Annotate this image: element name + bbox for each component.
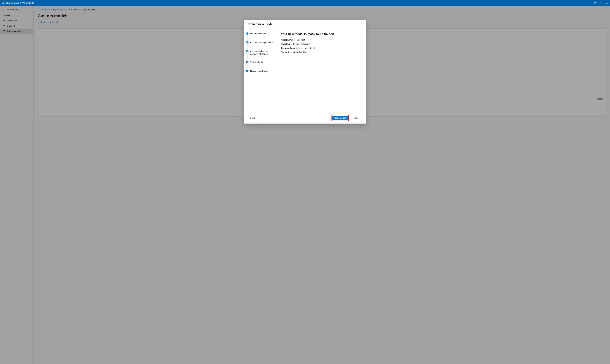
train-model-button[interactable]: Train model	[332, 116, 348, 120]
step-label[interactable]: Choose evaluation datasets (Optional)	[250, 50, 274, 61]
help-icon[interactable]: ?	[599, 2, 603, 4]
review-title: Your new model is ready to be trained	[281, 32, 361, 36]
gear-icon[interactable]	[594, 2, 597, 4]
cancel-button[interactable]: Cancel	[351, 116, 362, 120]
review-pane: Your new model is ready to be trained Mo…	[277, 29, 366, 112]
train-button-highlight: Train model	[331, 115, 349, 121]
step-dot-done-icon	[246, 41, 249, 43]
review-key: Model name:	[281, 39, 293, 41]
step-label[interactable]: Choose training datasets	[250, 41, 273, 50]
review-row: Training dataset(s): contosodataset	[281, 47, 361, 49]
review-value: contosotest	[294, 39, 305, 41]
step-label[interactable]: Name and scenario	[250, 32, 268, 41]
review-value: contosodataset	[301, 47, 315, 49]
feedback-smile-icon[interactable]	[606, 2, 608, 4]
step-dot-done-icon	[246, 61, 249, 63]
review-key: Evaluation dataset(s):	[281, 51, 302, 53]
modal-close-button[interactable]	[359, 22, 362, 26]
step-dot-done-icon	[246, 32, 249, 35]
close-icon	[359, 23, 361, 25]
svg-point-1	[606, 2, 608, 4]
wizard-stepper: Name and scenario Choose training datase…	[244, 29, 277, 112]
svg-point-0	[595, 2, 596, 3]
step-dot-current-icon	[246, 70, 249, 72]
section-label: Vision Studio	[22, 2, 34, 4]
review-row: Evaluation dataset(s): None	[281, 51, 361, 53]
chevron-down-icon	[601, 2, 603, 4]
brand-divider: |	[20, 2, 21, 4]
review-key: Model type:	[281, 43, 292, 45]
back-button[interactable]: Back	[248, 116, 257, 120]
step-dot-done-icon	[246, 50, 249, 52]
review-value: None	[303, 51, 308, 53]
step-label[interactable]: Review and finish	[250, 70, 268, 72]
modal-title: Train a new model	[248, 23, 273, 26]
brand-label: Cognitive Services	[2, 2, 19, 4]
step-label[interactable]: Training budget	[250, 61, 265, 70]
train-model-modal: Train a new model Name and scenario	[244, 20, 366, 124]
review-row: Model name: contosotest	[281, 39, 361, 41]
review-value: Image classification	[293, 43, 311, 45]
app-header: Cognitive Services | Vision Studio ?	[0, 0, 610, 6]
review-key: Training dataset(s):	[281, 47, 300, 49]
review-row: Model type: Image classification	[281, 43, 361, 45]
